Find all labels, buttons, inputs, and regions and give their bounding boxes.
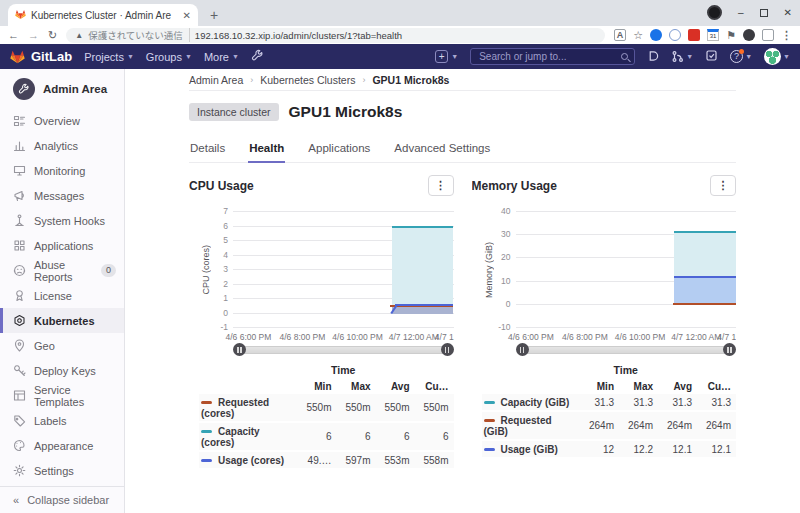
help-icon: ? [730, 50, 743, 63]
plus-icon: + [435, 50, 448, 63]
y-axis-label: CPU (cores) [201, 212, 211, 328]
sidebar-item-deploy-keys[interactable]: Deploy Keys [0, 358, 124, 383]
page-title: GPU1 Microk8s [289, 103, 403, 121]
admin-wrench-icon [13, 78, 35, 100]
sidebar-item-analytics[interactable]: Analytics [0, 133, 124, 158]
admin-sidebar: Admin Area Overview Analytics Monitoring… [0, 69, 125, 513]
monitor-icon [13, 164, 26, 177]
extension-calendar-icon[interactable]: 31 [707, 29, 719, 41]
user-menu[interactable]: ▼ [764, 48, 790, 65]
x-axis-label: Time [233, 364, 454, 376]
admin-wrench-icon[interactable] [251, 48, 264, 66]
browser-menu-icon[interactable]: ⋮ [781, 29, 792, 42]
tab-applications[interactable]: Applications [307, 136, 371, 162]
new-tab-button[interactable]: + [210, 9, 218, 21]
extension-clock-icon[interactable] [669, 29, 681, 41]
abuse-reports-count-badge: 0 [101, 264, 116, 277]
plot-area: 76543210-14/6 6:00 PM4/6 8:00 PM4/6 10:0… [233, 212, 454, 328]
slider-handle-right[interactable] [723, 343, 736, 356]
megaphone-icon [13, 189, 26, 202]
legend-header-row: Min Max Avg Cu… [482, 379, 737, 394]
translate-icon[interactable]: A [614, 29, 627, 41]
legend-row: Usage (GiB) 12 12.2 12.1 12.1 [482, 440, 737, 458]
refresh-icon[interactable]: ↻ [48, 29, 57, 42]
sidebar-header[interactable]: Admin Area [0, 69, 124, 108]
extension-icon[interactable] [743, 29, 755, 41]
tab-details[interactable]: Details [189, 136, 226, 162]
browser-profile-icon[interactable] [707, 5, 722, 20]
tab-advanced-settings[interactable]: Advanced Settings [393, 136, 491, 162]
series-swatch [484, 448, 495, 451]
bookmark-star-icon[interactable]: ☆ [633, 29, 643, 42]
chart-legend-table: Min Max Avg Cu… Capacity (GiB) 31.3 31.3… [482, 379, 737, 459]
chart-options-button[interactable]: ⋮ [428, 175, 454, 196]
breadcrumb-separator: › [362, 75, 365, 85]
groups-menu[interactable]: Groups▼ [146, 51, 192, 63]
collapse-sidebar-button[interactable]: « Collapse sidebar [0, 486, 124, 513]
slider-handle-left[interactable] [233, 343, 246, 356]
tab-health[interactable]: Health [248, 136, 285, 163]
gitlab-logo[interactable]: GitLab [10, 49, 72, 64]
sidebar-item-labels[interactable]: Labels [0, 408, 124, 433]
series-swatch [484, 401, 495, 404]
sidebar-item-monitoring[interactable]: Monitoring [0, 158, 124, 183]
browser-address-bar: ← → ↻ ▲ 保護されていない通信 192.168.10.32.xip.io/… [0, 26, 800, 44]
sidebar-item-geo[interactable]: Geo [0, 333, 124, 358]
series-swatch [201, 401, 212, 404]
sidebar-item-appearance[interactable]: Appearance [0, 433, 124, 458]
forward-icon[interactable]: → [28, 29, 39, 41]
issues-icon[interactable] [647, 48, 659, 66]
new-menu[interactable]: +▼ [435, 50, 458, 63]
time-range-slider[interactable] [233, 343, 454, 356]
sidebar-item-kubernetes[interactable]: Kubernetes [0, 308, 124, 333]
back-icon[interactable]: ← [8, 29, 19, 41]
search-box[interactable] [470, 48, 635, 65]
more-menu[interactable]: More▼ [204, 51, 239, 63]
todos-icon[interactable] [705, 48, 718, 66]
url-bar[interactable]: ▲ 保護されていない通信 192.168.10.32.xip.io/admin/… [66, 28, 605, 43]
overview-icon [13, 114, 26, 127]
sidebar-item-settings[interactable]: Settings [0, 458, 124, 483]
sidebar-item-system-hooks[interactable]: System Hooks [0, 208, 124, 233]
tab-close-icon[interactable]: ✕ [183, 10, 191, 21]
security-warning-icon[interactable]: ▲ [75, 31, 83, 40]
window-close-button[interactable]: ✕ [784, 7, 792, 18]
notification-dot [739, 49, 744, 54]
slider-handle-left[interactable] [516, 343, 529, 356]
window-minimize-button[interactable]: – [738, 7, 744, 18]
breadcrumb-kubernetes-clusters[interactable]: Kubernetes Clusters [260, 74, 355, 86]
projects-menu[interactable]: Projects▼ [84, 51, 134, 63]
slider-track[interactable] [239, 346, 448, 354]
extension-icon[interactable] [650, 29, 662, 41]
chevron-down-icon: ▼ [686, 53, 693, 60]
merge-requests-menu[interactable]: ▼ [671, 50, 693, 63]
chevron-down-icon: ▼ [783, 53, 790, 60]
sidebar-item-applications[interactable]: Applications [0, 233, 124, 258]
search-input[interactable] [477, 50, 621, 63]
gitlab-navbar: GitLab Projects▼ Groups▼ More▼ +▼ ▼ ? ▼ … [0, 44, 800, 69]
plot-area: 403020100-104/6 6:00 PM4/6 8:00 PM4/6 10… [516, 212, 737, 328]
sidebar-item-service-templates[interactable]: Service Templates [0, 383, 124, 408]
security-label: 保護されていない通信 [88, 28, 190, 42]
slider-handle-right[interactable] [441, 343, 454, 356]
browser-tab[interactable]: Kubernetes Cluster · Admin Are ✕ [8, 4, 198, 26]
time-range-slider[interactable] [516, 343, 737, 356]
gitlab-favicon [15, 9, 26, 22]
grid-icon [13, 239, 26, 252]
help-menu[interactable]: ? ▼ [730, 50, 752, 63]
sidebar-item-overview[interactable]: Overview [0, 108, 124, 133]
chevron-down-icon: ▼ [185, 53, 192, 60]
sidebar-item-license[interactable]: License [0, 283, 124, 308]
url-text: 192.168.10.32.xip.io/admin/clusters/1?ta… [195, 30, 402, 41]
sidebar-item-messages[interactable]: Messages [0, 183, 124, 208]
palette-icon [13, 439, 26, 452]
search-icon [621, 53, 628, 60]
extension-flag-icon[interactable]: ⚑ [726, 29, 736, 42]
breadcrumb-admin-area[interactable]: Admin Area [189, 74, 243, 86]
window-maximize-button[interactable] [760, 9, 768, 17]
slider-track[interactable] [522, 346, 731, 354]
sidebar-item-abuse-reports[interactable]: Abuse Reports0 [0, 258, 124, 283]
extension-icon[interactable] [688, 29, 700, 41]
chart-options-button[interactable]: ⋮ [710, 175, 736, 196]
extensions-puzzle-icon[interactable] [762, 29, 774, 41]
